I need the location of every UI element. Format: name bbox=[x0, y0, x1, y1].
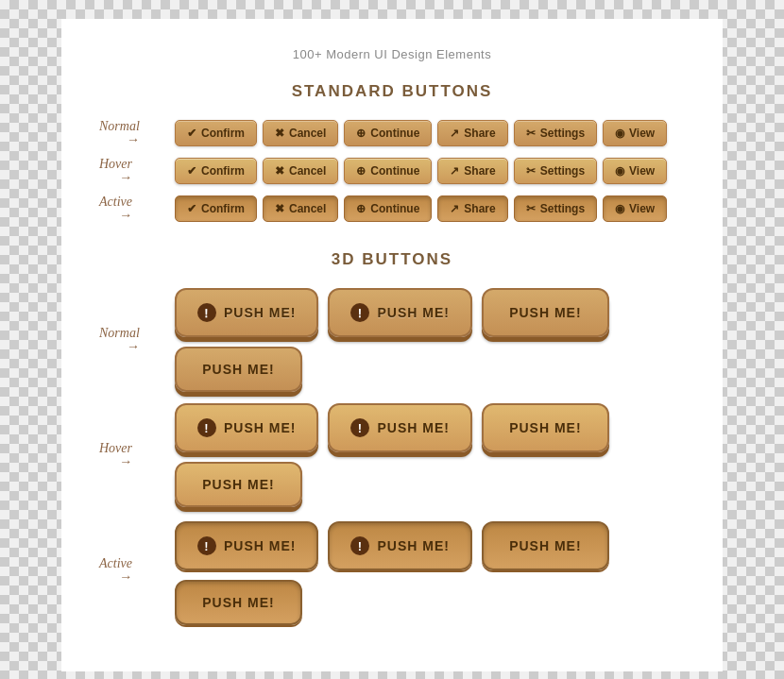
standard-buttons-title: STANDARD BUTTONS bbox=[99, 82, 685, 101]
threed-push1-normal[interactable]: ! PUSH ME! bbox=[175, 288, 318, 337]
threed-hover-arrow: → bbox=[119, 455, 132, 468]
std-settings-normal[interactable]: ✂ Settings bbox=[514, 120, 597, 146]
share-active-icon: ↗ bbox=[450, 202, 459, 215]
threed-normal-buttons: ! PUSH ME! ! PUSH ME! PUSH ME! PUSH ME! bbox=[175, 288, 685, 392]
threed-push4-active[interactable]: PUSH ME! bbox=[175, 580, 302, 625]
confirm-icon: ✔ bbox=[187, 127, 196, 140]
continue-active-icon: ⊕ bbox=[356, 202, 366, 215]
standard-normal-buttons: ✔ Confirm ✖ Cancel ⊕ Continue ↗ Share ✂ … bbox=[175, 120, 667, 146]
std-continue-normal[interactable]: ⊕ Continue bbox=[344, 120, 432, 146]
std-share-hover[interactable]: ↗ Share bbox=[437, 158, 507, 184]
std-cancel-active[interactable]: ✖ Cancel bbox=[263, 195, 338, 222]
threed-normal-row: Normal → ! PUSH ME! ! PUSH ME! PUSH ME! … bbox=[99, 288, 685, 392]
continue-icon: ⊕ bbox=[356, 127, 366, 140]
active-label: Active bbox=[99, 195, 132, 209]
std-share-normal[interactable]: ↗ Share bbox=[437, 120, 507, 146]
cancel-icon: ✖ bbox=[275, 127, 284, 140]
threed-active-row: Active → ! PUSH ME! ! PUSH ME! PUSH ME! … bbox=[99, 518, 685, 622]
standard-hover-buttons: ✔ Confirm ✖ Cancel ⊕ Continue ↗ Share ✂ … bbox=[175, 158, 667, 184]
threed-hover-icon-1: ! bbox=[197, 418, 216, 437]
threed-hover-buttons: ! PUSH ME! ! PUSH ME! PUSH ME! PUSH ME! bbox=[175, 403, 685, 507]
std-continue-active[interactable]: ⊕ Continue bbox=[344, 195, 432, 222]
settings-active-icon: ✂ bbox=[526, 202, 536, 215]
std-settings-active[interactable]: ✂ Settings bbox=[514, 195, 597, 222]
std-cancel-normal[interactable]: ✖ Cancel bbox=[263, 120, 338, 146]
threed-active-icon-1: ! bbox=[197, 536, 216, 555]
threed-icon-1: ! bbox=[197, 303, 216, 322]
std-cancel-hover[interactable]: ✖ Cancel bbox=[263, 158, 338, 184]
threed-normal-arrow: → bbox=[127, 340, 140, 353]
std-view-active[interactable]: ◉ View bbox=[603, 195, 667, 222]
threed-hover-icon-2: ! bbox=[350, 418, 369, 437]
threed-icon-2: ! bbox=[350, 303, 369, 322]
threed-push4-hover[interactable]: PUSH ME! bbox=[175, 462, 302, 507]
threed-active-icon-2: ! bbox=[350, 536, 369, 555]
std-confirm-active[interactable]: ✔ Confirm bbox=[175, 195, 257, 222]
page-title: 100+ Modern UI Design Elements bbox=[99, 47, 685, 61]
cancel-hover-icon: ✖ bbox=[275, 164, 284, 178]
std-confirm-normal[interactable]: ✔ Confirm bbox=[175, 120, 257, 146]
threed-push2-active[interactable]: ! PUSH ME! bbox=[328, 521, 471, 570]
threed-buttons-title: 3D BUTTONS bbox=[99, 250, 685, 269]
threed-push2-hover[interactable]: ! PUSH ME! bbox=[328, 403, 471, 452]
std-continue-hover[interactable]: ⊕ Continue bbox=[344, 158, 432, 184]
standard-normal-row: Normal → ✔ Confirm ✖ Cancel ⊕ Continue ↗… bbox=[99, 120, 685, 146]
settings-hover-icon: ✂ bbox=[526, 164, 536, 178]
threed-normal-label-group: Normal → bbox=[99, 327, 175, 353]
threed-active-label-group: Active → bbox=[99, 557, 175, 584]
threed-active-label: Active bbox=[99, 557, 132, 570]
hover-arrow: → bbox=[119, 171, 132, 184]
share-icon: ↗ bbox=[450, 127, 459, 140]
threed-push3-hover[interactable]: PUSH ME! bbox=[482, 403, 609, 452]
std-view-normal[interactable]: ◉ View bbox=[603, 120, 667, 146]
threed-push3-normal[interactable]: PUSH ME! bbox=[482, 288, 609, 337]
active-label-group: Active → bbox=[99, 195, 175, 222]
hover-label: Hover bbox=[99, 158, 132, 171]
confirm-hover-icon: ✔ bbox=[187, 164, 196, 178]
hover-label-group: Hover → bbox=[99, 158, 175, 184]
threed-hover-row: Hover → ! PUSH ME! ! PUSH ME! PUSH ME! P… bbox=[99, 403, 685, 507]
continue-hover-icon: ⊕ bbox=[356, 164, 366, 178]
threed-normal-label: Normal bbox=[99, 327, 140, 340]
threed-hover-label-group: Hover → bbox=[99, 442, 175, 468]
main-container: 100+ Modern UI Design Elements STANDARD … bbox=[61, 19, 723, 671]
cancel-active-icon: ✖ bbox=[275, 202, 284, 215]
standard-buttons-section: STANDARD BUTTONS Normal → ✔ Confirm ✖ Ca… bbox=[99, 82, 685, 222]
active-arrow: → bbox=[119, 209, 132, 222]
share-hover-icon: ↗ bbox=[450, 164, 459, 178]
std-view-hover[interactable]: ◉ View bbox=[603, 158, 667, 184]
std-share-active[interactable]: ↗ Share bbox=[437, 195, 507, 222]
view-active-icon: ◉ bbox=[615, 202, 624, 215]
threed-push1-hover[interactable]: ! PUSH ME! bbox=[175, 403, 318, 452]
std-confirm-hover[interactable]: ✔ Confirm bbox=[175, 158, 257, 184]
view-hover-icon: ◉ bbox=[615, 164, 624, 178]
threed-active-arrow: → bbox=[119, 570, 132, 584]
standard-active-buttons: ✔ Confirm ✖ Cancel ⊕ Continue ↗ Share ✂ … bbox=[175, 195, 667, 222]
view-icon: ◉ bbox=[615, 127, 624, 140]
standard-active-row: Active → ✔ Confirm ✖ Cancel ⊕ Continue ↗… bbox=[99, 195, 685, 222]
settings-icon: ✂ bbox=[526, 127, 536, 140]
confirm-active-icon: ✔ bbox=[187, 202, 196, 215]
threed-push3-active[interactable]: PUSH ME! bbox=[482, 521, 609, 570]
threed-push2-normal[interactable]: ! PUSH ME! bbox=[328, 288, 471, 337]
threed-buttons-section: 3D BUTTONS Normal → ! PUSH ME! ! PUSH ME… bbox=[99, 250, 685, 622]
threed-push1-active[interactable]: ! PUSH ME! bbox=[175, 521, 318, 570]
threed-push4-normal[interactable]: PUSH ME! bbox=[175, 347, 302, 392]
threed-active-buttons: ! PUSH ME! ! PUSH ME! PUSH ME! PUSH ME! bbox=[175, 518, 685, 622]
standard-hover-row: Hover → ✔ Confirm ✖ Cancel ⊕ Continue ↗ … bbox=[99, 158, 685, 184]
normal-label: Normal bbox=[99, 120, 140, 133]
std-settings-hover[interactable]: ✂ Settings bbox=[514, 158, 597, 184]
normal-label-group: Normal → bbox=[99, 120, 175, 146]
threed-hover-label: Hover bbox=[99, 442, 132, 455]
normal-arrow: → bbox=[127, 133, 140, 146]
